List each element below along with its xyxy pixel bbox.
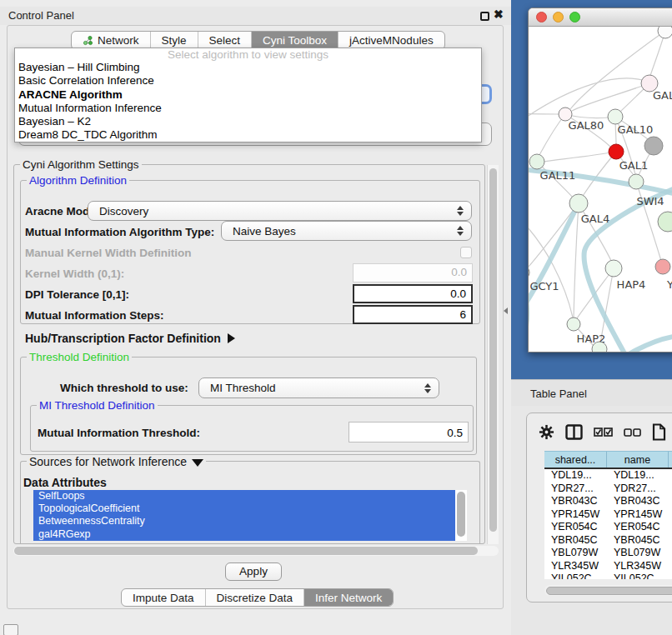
settings-vertical-scrollbar[interactable] xyxy=(487,165,499,544)
mi-threshold-field[interactable]: 0.5 xyxy=(349,422,469,442)
network-node-gal4[interactable] xyxy=(569,194,588,212)
deselect-all-icon[interactable] xyxy=(624,428,641,440)
network-node-hap4[interactable] xyxy=(605,260,622,277)
table-cell xyxy=(669,495,672,508)
table-row[interactable]: YDL19...YDL19...13 xyxy=(544,469,672,482)
network-edge[interactable] xyxy=(539,114,565,155)
table-row[interactable]: YLR345WYLR345W9. xyxy=(544,560,672,573)
network-edge[interactable] xyxy=(574,203,579,318)
table-horizontal-scrollbar-thumb[interactable] xyxy=(546,587,672,595)
tab-label: Discretize Data xyxy=(217,589,293,607)
settings-horizontal-scrollbar-thumb[interactable] xyxy=(14,547,478,555)
hub-transcription-factor-toggle[interactable]: Hub/Transcription Factor Definition xyxy=(25,332,235,345)
data-attribute-item[interactable]: SelfLoops xyxy=(33,490,455,502)
tab-label: Impute Data xyxy=(133,589,194,607)
algorithm-option[interactable]: Mutual Information Inference xyxy=(15,102,481,115)
combo-arrows-icon xyxy=(457,226,464,236)
network-node-gcy1[interactable] xyxy=(529,265,529,280)
network-window-titlebar[interactable] xyxy=(529,8,672,27)
cyni-algorithm-settings-title: Cyni Algorithm Settings xyxy=(20,158,142,171)
attributes-list-scrollbar[interactable] xyxy=(457,492,465,537)
table-row[interactable]: YDR27...YDR27...12 xyxy=(544,482,672,496)
network-edge[interactable] xyxy=(583,152,616,196)
data-attribute-item[interactable]: TopologicalCoefficient xyxy=(33,502,455,515)
network-edge[interactable] xyxy=(630,337,672,352)
network-node-gal10[interactable] xyxy=(608,109,623,124)
table-row[interactable]: YBR045CYBR045C9. xyxy=(544,534,672,548)
aracne-mode-select[interactable]: Discovery xyxy=(88,201,472,221)
minimize-traffic-light-icon[interactable] xyxy=(553,12,564,22)
tab-label: Style xyxy=(162,32,187,49)
column-header[interactable]: A xyxy=(669,452,672,468)
column-header[interactable]: shared... xyxy=(544,452,607,468)
node-label: GAL80 xyxy=(569,119,604,132)
table-row[interactable]: YPR145WYPR145W9. xyxy=(544,508,672,522)
apply-button[interactable]: Apply xyxy=(225,562,282,581)
table-cell: 13 xyxy=(669,469,672,482)
mi-algorithm-type-select[interactable]: Naive Bayes xyxy=(221,221,472,241)
network-node[interactable] xyxy=(592,342,607,352)
table-row[interactable]: YER054CYER054C8. xyxy=(544,521,672,534)
tab-jactivemnodules[interactable]: jActiveMNodules xyxy=(338,32,444,49)
table-cell: YER054C xyxy=(607,521,669,534)
network-node-y[interactable] xyxy=(655,259,670,274)
table-row[interactable]: YBR043CYBR043C xyxy=(544,495,672,508)
bottom-tab-discretize-data[interactable]: Discretize Data xyxy=(205,589,304,606)
network-node-hap2[interactable] xyxy=(567,318,580,331)
sources-group-title[interactable]: Sources for Network Inference xyxy=(27,455,206,468)
network-node[interactable] xyxy=(658,27,672,38)
algorithm-option[interactable]: Basic Correlation Inference xyxy=(15,74,481,88)
document-icon[interactable] xyxy=(652,423,666,443)
float-window-icon[interactable] xyxy=(480,12,489,21)
network-node[interactable] xyxy=(658,212,672,232)
tab-network[interactable]: Network xyxy=(72,32,150,49)
manual-kernel-width-checkbox[interactable] xyxy=(460,247,472,258)
network-node-gal1[interactable] xyxy=(609,144,624,159)
mi-algorithm-type-label: Mutual Information Algorithm Type: xyxy=(25,226,214,238)
table-row[interactable]: YIL052CYIL052C9. xyxy=(544,572,672,579)
bottom-tab-impute-data[interactable]: Impute Data xyxy=(122,589,205,606)
collapsed-panel-icon[interactable] xyxy=(3,624,18,635)
select-all-icon[interactable] xyxy=(594,428,613,440)
tab-select[interactable]: Select xyxy=(198,32,252,49)
algorithm-option[interactable]: Bayesian – K2 xyxy=(15,115,481,128)
node-label: HAP4 xyxy=(617,278,646,291)
dpi-tolerance-field[interactable]: 0.0 xyxy=(353,284,473,303)
table-row[interactable]: YBL079WYBL079W xyxy=(544,547,672,560)
zoom-traffic-light-icon[interactable] xyxy=(569,12,580,22)
app-screen: Control Panel ✖ NetworkStyleSelectCyni T… xyxy=(0,0,672,635)
tab-style[interactable]: Style xyxy=(150,32,198,49)
data-attributes-list: SelfLoopsTopologicalCoefficientBetweenne… xyxy=(33,490,467,541)
network-node-swi4[interactable] xyxy=(629,174,644,189)
tab-label: Infer Network xyxy=(315,589,382,607)
network-node-gal11[interactable] xyxy=(529,154,544,169)
network-view-window[interactable]: GALGAL80GAL10GAL1GAL11SWI4GAL4GCY1HAP4YH… xyxy=(528,8,672,352)
network-edge[interactable] xyxy=(529,113,559,114)
table-horizontal-scrollbar[interactable] xyxy=(544,585,672,596)
algorithm-option[interactable]: Bayesian – Hill Climbing xyxy=(15,61,481,74)
network-edge[interactable] xyxy=(529,203,579,318)
data-attribute-item[interactable]: BetweennessCentrality xyxy=(33,515,455,528)
node-label: Y xyxy=(666,278,672,291)
bottom-tab-infer-network[interactable]: Infer Network xyxy=(303,589,393,606)
close-window-icon[interactable]: ✖ xyxy=(494,8,504,21)
data-attribute-item[interactable]: gal4RGexp xyxy=(33,528,455,541)
gear-icon[interactable] xyxy=(539,424,554,442)
settings-horizontal-scrollbar[interactable] xyxy=(13,546,499,556)
network-edge[interactable] xyxy=(544,152,616,162)
network-canvas[interactable]: GALGAL80GAL10GAL1GAL11SWI4GAL4GCY1HAP4YH… xyxy=(529,27,672,352)
column-header[interactable]: name xyxy=(607,452,669,468)
settings-vertical-scrollbar-thumb[interactable] xyxy=(489,168,497,532)
columns-icon[interactable] xyxy=(565,424,583,442)
algorithm-option[interactable]: Dream8 DC_TDC Algorithm xyxy=(15,128,481,142)
panel-divider-handle[interactable] xyxy=(504,308,508,314)
network-edge[interactable] xyxy=(570,31,665,109)
close-traffic-light-icon[interactable] xyxy=(536,12,547,22)
network-node[interactable] xyxy=(644,137,663,155)
algorithm-option[interactable]: ARACNE Algorithm xyxy=(15,88,481,102)
table-panel-title: Table Panel xyxy=(530,388,587,400)
kernel-width-field[interactable]: 0.0 xyxy=(353,263,473,282)
mi-steps-field[interactable]: 6 xyxy=(353,305,473,324)
which-threshold-select[interactable]: MI Threshold xyxy=(198,378,439,398)
tab-cyni-toolbox[interactable]: Cyni Toolbox xyxy=(251,32,338,49)
